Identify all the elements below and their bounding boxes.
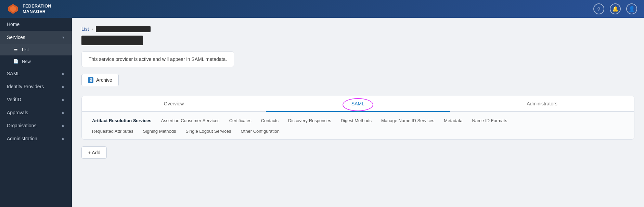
- logo-icon: [7, 3, 19, 15]
- sub-tabs-row2: Requested Attributes Signing Methods Sin…: [87, 127, 629, 136]
- header-actions: ? 🔔 👤: [593, 3, 637, 14]
- page-title: [81, 36, 143, 45]
- sidebar-subitem-new[interactable]: 📄 New: [0, 55, 72, 67]
- archive-button[interactable]: 🗄 Archive: [81, 74, 119, 86]
- subtab-artifact-resolution[interactable]: Artifact Resolution Services: [87, 116, 156, 125]
- subtab-discovery-responses[interactable]: Discovery Responses: [283, 116, 336, 125]
- subtab-single-logout[interactable]: Single Logout Services: [181, 127, 236, 136]
- breadcrumb-list-link[interactable]: List: [81, 26, 89, 32]
- subtab-manage-name-id[interactable]: Manage Name ID Services: [376, 116, 439, 125]
- approvals-chevron: ▶: [62, 111, 65, 115]
- subtab-contacts[interactable]: Contacts: [256, 116, 283, 125]
- breadcrumb-separator: ›: [92, 27, 93, 31]
- subtab-assertion-consumer[interactable]: Assertion Consumer Services: [156, 116, 224, 125]
- sub-tabs-row1: Artifact Resolution Services Assertion C…: [87, 116, 629, 125]
- user-button[interactable]: 👤: [626, 3, 637, 14]
- sidebar-item-saml[interactable]: SAML ▶: [0, 67, 72, 80]
- tab-overview[interactable]: Overview: [82, 96, 266, 112]
- organisations-chevron: ▶: [62, 124, 65, 128]
- status-notice: This service provider is active and will…: [81, 51, 234, 67]
- sidebar-subitem-list[interactable]: ☰ List: [0, 44, 72, 55]
- verifid-chevron: ▶: [62, 98, 65, 102]
- content-area: List › This service provider is active a…: [72, 18, 644, 207]
- breadcrumb: List ›: [81, 26, 634, 32]
- add-button-label: + Add: [88, 150, 100, 155]
- new-doc-icon: 📄: [13, 59, 18, 64]
- idp-chevron: ▶: [62, 85, 65, 89]
- subtab-metadata[interactable]: Metadata: [439, 116, 467, 125]
- sidebar-item-home[interactable]: Home: [0, 18, 72, 31]
- subtab-other-config[interactable]: Other Configuration: [236, 127, 284, 136]
- sidebar-item-organisations[interactable]: Organisations ▶: [0, 119, 72, 132]
- list-icon: ☰: [13, 47, 18, 52]
- saml-chevron: ▶: [62, 72, 65, 76]
- subtab-signing-methods[interactable]: Signing Methods: [138, 127, 181, 136]
- top-header: FEDERATION MANAGER ? 🔔 👤: [0, 0, 644, 18]
- archive-button-label: Archive: [96, 77, 112, 83]
- subtab-requested-attributes[interactable]: Requested Attributes: [87, 127, 138, 136]
- subtab-certificates[interactable]: Certificates: [224, 116, 256, 125]
- breadcrumb-current: [96, 26, 151, 32]
- tab-panel: Overview SAML Administrators Artifact Re…: [81, 96, 634, 140]
- sidebar: Home Services ▼ ☰ List 📄 New SAML ▶ Iden…: [0, 18, 72, 207]
- app-logo: FEDERATION MANAGER: [7, 3, 51, 15]
- subtab-name-id-formats[interactable]: Name ID Formats: [467, 116, 512, 125]
- main-layout: Home Services ▼ ☰ List 📄 New SAML ▶ Iden…: [0, 18, 644, 207]
- services-chevron: ▼: [62, 36, 65, 39]
- subtab-digest-methods[interactable]: Digest Methods: [336, 116, 376, 125]
- notifications-button[interactable]: 🔔: [610, 3, 621, 14]
- sidebar-item-administration[interactable]: Administration ▶: [0, 132, 72, 145]
- top-tabs: Overview SAML Administrators: [82, 96, 634, 112]
- sub-tabs: Artifact Resolution Services Assertion C…: [82, 112, 634, 139]
- sidebar-item-approvals[interactable]: Approvals ▶: [0, 106, 72, 119]
- archive-icon: 🗄: [88, 77, 93, 83]
- administration-chevron: ▶: [62, 137, 65, 141]
- app-name: FEDERATION MANAGER: [23, 3, 51, 14]
- sidebar-item-verifid[interactable]: VerifID ▶: [0, 93, 72, 106]
- sidebar-item-services[interactable]: Services ▼: [0, 31, 72, 44]
- help-button[interactable]: ?: [593, 3, 604, 14]
- tab-administrators[interactable]: Administrators: [450, 96, 634, 112]
- sidebar-item-identity-providers[interactable]: Identity Providers ▶: [0, 80, 72, 93]
- tab-saml[interactable]: SAML: [266, 96, 450, 112]
- add-button[interactable]: + Add: [81, 146, 107, 159]
